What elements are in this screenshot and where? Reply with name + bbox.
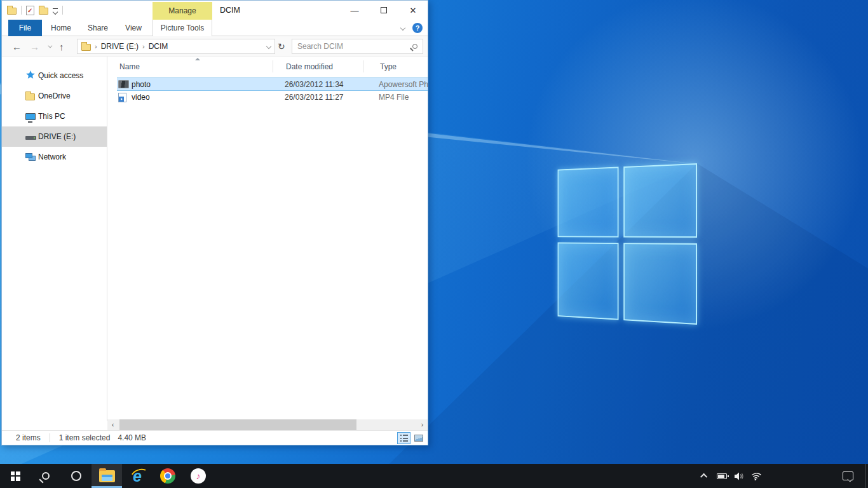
taskbar-itunes-button[interactable]: ♪ <box>183 464 214 488</box>
search-icon <box>42 472 50 480</box>
star-icon <box>25 70 36 82</box>
details-view-icon <box>400 435 408 442</box>
location-folder-icon <box>81 44 91 51</box>
address-dropdown-icon[interactable] <box>266 44 271 49</box>
chevron-down-icon <box>53 10 58 15</box>
sidebar-item-onedrive[interactable]: OneDrive <box>2 86 107 106</box>
taskbar-file-explorer-button[interactable] <box>92 464 122 488</box>
cortana-icon <box>71 471 81 481</box>
windows-logo-pane <box>623 243 697 325</box>
view-toggle-buttons <box>397 432 425 444</box>
action-center-button[interactable] <box>843 471 853 480</box>
cortana-button[interactable] <box>61 464 92 488</box>
close-button[interactable]: ✕ <box>398 1 428 20</box>
details-view-button[interactable] <box>397 432 410 444</box>
tab-share[interactable]: Share <box>81 20 115 36</box>
scrollbar-thumb[interactable] <box>119 419 356 430</box>
show-desktop-button[interactable] <box>865 464 868 488</box>
scroll-right-button[interactable]: › <box>417 419 428 430</box>
column-header-name[interactable]: Name <box>119 62 140 71</box>
thumbnails-view-icon <box>414 435 423 442</box>
file-type: MP4 File <box>379 93 409 102</box>
tab-view[interactable]: View <box>118 20 149 36</box>
file-explorer-icon <box>99 470 115 482</box>
sidebar-item-drive-e[interactable]: DRIVE (E:) <box>2 126 107 147</box>
help-icon[interactable]: ? <box>412 23 423 33</box>
search-icon[interactable] <box>412 44 417 49</box>
battery-indicator[interactable] <box>716 473 728 479</box>
start-button[interactable] <box>0 464 31 488</box>
hidden-icons-button[interactable] <box>699 473 710 478</box>
back-button[interactable]: ← <box>12 41 22 52</box>
sidebar-item-label: This PC <box>38 112 65 121</box>
maximize-icon <box>381 7 387 13</box>
taskbar-search-button[interactable] <box>31 464 61 488</box>
sidebar-item-quick-access[interactable]: Quick access <box>2 65 107 86</box>
recent-locations-chevron-icon[interactable] <box>48 43 52 48</box>
file-type: Apowersoft Pho <box>379 80 428 89</box>
windows-start-icon <box>11 471 20 481</box>
photo-thumbnail-icon <box>118 80 129 88</box>
sidebar-item-this-pc[interactable]: This PC <box>2 106 107 126</box>
horizontal-scrollbar[interactable]: ‹ › <box>107 419 428 430</box>
toolbar-separator <box>21 6 22 15</box>
ribbon-right-controls: ? <box>401 20 423 36</box>
toolbar-separator <box>62 6 63 15</box>
title-bar[interactable]: Manage DCIM — ✕ <box>2 1 428 20</box>
refresh-icon: ↻ <box>278 41 285 51</box>
volume-indicator[interactable] <box>733 471 745 481</box>
file-name: photo <box>132 80 151 89</box>
up-button[interactable]: ↑ <box>59 41 64 52</box>
main-content: Quick access OneDrive This PC DRIVE (E:)… <box>2 57 428 421</box>
thumbnails-view-button[interactable] <box>412 432 425 444</box>
windows-logo-pane <box>558 166 619 237</box>
file-row-photo[interactable]: photo 26/03/2012 11:34 Apowersoft Pho <box>117 78 428 91</box>
collapse-ribbon-icon[interactable] <box>400 25 405 30</box>
file-row-video[interactable]: video 26/03/2012 11:27 MP4 File <box>117 91 428 104</box>
breadcrumb-drive[interactable]: DRIVE (E:) <box>101 42 139 51</box>
breadcrumb-dcim[interactable]: DCIM <box>149 42 168 51</box>
sidebar-item-network[interactable]: Network <box>2 147 107 167</box>
new-folder-icon[interactable] <box>39 8 48 15</box>
wifi-icon <box>749 471 763 481</box>
battery-icon <box>717 473 727 479</box>
window-controls: — ✕ <box>340 1 428 20</box>
tab-picture-tools[interactable]: Picture Tools <box>153 20 212 36</box>
address-bar[interactable]: › DRIVE (E:) › DCIM <box>77 39 275 54</box>
taskbar-chrome-button[interactable] <box>153 464 183 488</box>
customize-toolbar-button[interactable] <box>53 6 58 15</box>
taskbar-internet-explorer-button[interactable]: e <box>122 464 153 488</box>
file-date-modified: 26/03/2012 11:27 <box>285 93 344 102</box>
column-separator[interactable] <box>273 60 273 72</box>
breadcrumb-separator[interactable]: › <box>95 43 97 50</box>
properties-icon[interactable] <box>26 6 34 15</box>
status-separator <box>50 433 50 442</box>
search-input[interactable] <box>297 42 412 51</box>
column-header-date-modified[interactable]: Date modified <box>286 62 333 71</box>
quick-access-toolbar <box>7 1 63 20</box>
folder-icon[interactable] <box>7 8 17 15</box>
refresh-button[interactable]: ↻ <box>278 39 285 54</box>
network-indicator[interactable] <box>750 471 762 481</box>
sort-ascending-icon <box>195 58 200 60</box>
tab-home[interactable]: Home <box>44 20 78 36</box>
navigation-bar: ← → ↑ › DRIVE (E:) › DCIM ↻ <box>2 36 428 57</box>
contextual-tab-manage[interactable]: Manage <box>153 2 212 20</box>
minimize-button[interactable]: — <box>340 1 369 20</box>
onedrive-icon <box>25 93 35 100</box>
file-list-area[interactable]: Name Date modified Type photo 26/03/2012… <box>107 57 428 421</box>
chrome-icon <box>160 468 175 484</box>
maximize-button[interactable] <box>369 1 398 20</box>
breadcrumb-separator[interactable]: › <box>142 43 145 50</box>
scroll-left-button[interactable]: ‹ <box>107 419 118 430</box>
tab-file[interactable]: File <box>8 20 42 36</box>
close-icon: ✕ <box>410 6 417 15</box>
column-header-type[interactable]: Type <box>380 62 397 71</box>
speaker-icon <box>734 471 745 481</box>
column-separator[interactable] <box>363 60 363 72</box>
scrollbar-track[interactable] <box>118 419 417 430</box>
ribbon-tab-bar: File Home Share View Picture Tools ? <box>2 20 428 36</box>
search-box[interactable] <box>292 39 423 54</box>
itunes-icon: ♪ <box>191 468 206 484</box>
monitor-icon <box>25 113 36 120</box>
